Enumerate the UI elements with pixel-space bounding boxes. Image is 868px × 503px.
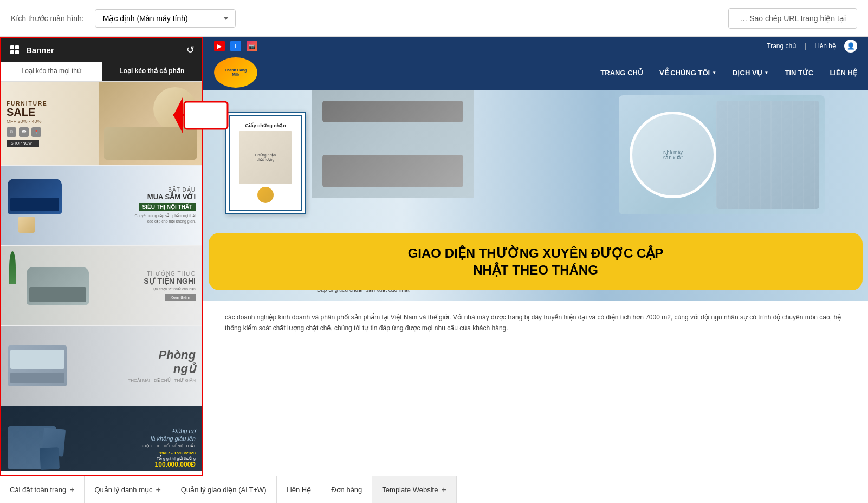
admin-categories[interactable]: Quản lý danh mục +	[85, 476, 171, 503]
svg-rect-2	[10, 50, 14, 54]
banner-list: FURNITURE SALE OFF 20% - 40% ✉ ☎ 📍 SHOP …	[1, 82, 202, 471]
grid-icon	[9, 44, 21, 56]
admin-contact[interactable]: Liên Hệ	[277, 476, 322, 503]
svg-rect-0	[10, 45, 14, 49]
user-icon[interactable]: 👤	[844, 40, 857, 53]
settings-plus[interactable]: +	[69, 485, 74, 495]
categories-plus[interactable]: +	[156, 485, 161, 495]
main-preview: ▶ f 📷 Trang chủ | Liên hệ 👤 Thanh HangMi…	[203, 37, 868, 476]
copy-url-button[interactable]: … Sao chép URL trang hiện tại	[728, 8, 857, 29]
tab-drag-section[interactable]: Loại kéo thả cả phần	[102, 62, 203, 81]
factory-machine-img	[312, 90, 474, 198]
yellow-cta: GIAO DIỆN THƯỜNG XUYÊN ĐƯỢC CẬPNHẬT THEO…	[209, 233, 863, 290]
nav-item-services[interactable]: DỊCH VỤ ▼	[733, 69, 768, 77]
bottom-admin-bar: Cài đặt toàn trang + Quản lý danh mục + …	[0, 476, 868, 503]
left-panel: Banner ↺ Loại kéo thả mọi thứ Loại kéo t…	[0, 37, 203, 476]
top-toolbar: Kích thước màn hình: Mặc định (Màn máy t…	[0, 0, 868, 37]
nav-contact-link[interactable]: Liên hệ	[814, 42, 836, 50]
nav-item-home[interactable]: TRANG CHỦ	[600, 69, 643, 77]
tab-drag-all[interactable]: Loại kéo thả mọi thứ	[1, 62, 102, 81]
hero-certificate: Giấy chứng nhận Chứng nhậnchất lượng	[225, 112, 306, 214]
banner-item-5[interactable]: Đừng cơlà không giàu lên CUỘC THI THIẾT …	[1, 406, 202, 471]
panel-title: Banner	[26, 45, 181, 55]
tab-bar: Loại kéo thả mọi thứ Loại kéo thả cả phầ…	[1, 62, 202, 82]
back-button[interactable]: ↺	[186, 44, 195, 56]
svg-rect-3	[15, 50, 19, 54]
top-nav-links: Trang chủ | Liên hệ 👤	[767, 40, 857, 53]
admin-interface[interactable]: Quản lý giao diện (ALT+W)	[171, 476, 277, 503]
panel-header: Banner ↺	[1, 38, 202, 62]
nav-item-news[interactable]: TIN TỨC	[785, 69, 813, 77]
admin-orders[interactable]: Đơn hàng	[321, 476, 372, 503]
social-bar: ▶ f 📷 Trang chủ | Liên hệ 👤	[203, 37, 868, 55]
hero-section: Giấy chứng nhận Chứng nhậnchất lượng Nhà…	[203, 90, 868, 301]
youtube-icon[interactable]: ▶	[214, 41, 225, 51]
site-nav-links: TRANG CHỦ VỀ CHÚNG TÔI ▼ DỊCH VỤ ▼ TIN T…	[600, 69, 857, 77]
screen-size-label: Kích thước màn hình:	[11, 14, 84, 23]
banner-item-3[interactable]: THƯỞNG THỨC SỰ TIỆN NGHI Lựa chọn tốt nh…	[1, 246, 202, 326]
nav-home-link[interactable]: Trang chủ	[767, 42, 796, 50]
nav-item-contact[interactable]: LIÊN HỆ	[830, 69, 857, 77]
banner-item-4[interactable]: Phòngngủ THOẢI MÁI - DỄ CHỦ - THƯ GIÃN	[1, 326, 202, 406]
template-plus[interactable]: +	[441, 485, 446, 495]
facebook-icon[interactable]: f	[230, 41, 241, 51]
admin-template[interactable]: Template Website +	[372, 476, 456, 503]
site-logo: Thanh HangMilk	[214, 57, 257, 88]
banner-item-1[interactable]: FURNITURE SALE OFF 20% - 40% ✉ ☎ 📍 SHOP …	[1, 82, 202, 166]
instagram-icon[interactable]: 📷	[247, 41, 257, 51]
nav-item-about[interactable]: VỀ CHÚNG TÔI ▼	[659, 69, 716, 77]
description-section: các doanh nghiệp kinh doanh và phân phối…	[203, 301, 868, 345]
social-icons: ▶ f 📷	[214, 41, 257, 51]
screen-size-select[interactable]: Mặc định (Màn máy tính)	[95, 9, 236, 28]
factory-workers-img: Nhà máysản xuất	[619, 95, 825, 214]
banner-item-2[interactable]: BẮT ĐẦU MUA SẮM VỚI SIÊU THỊ NỘI THẤT Ch…	[1, 166, 202, 246]
website-preview: ▶ f 📷 Trang chủ | Liên hệ 👤 Thanh HangMi…	[203, 37, 868, 476]
site-nav-bar: Thanh HangMilk TRANG CHỦ VỀ CHÚNG TÔI ▼ …	[203, 55, 868, 90]
admin-settings[interactable]: Cài đặt toàn trang +	[0, 476, 85, 503]
svg-rect-1	[15, 45, 19, 49]
description-text: các doanh nghiệp kinh doanh và phân phối…	[225, 312, 846, 334]
cta-text: GIAO DIỆN THƯỜNG XUYÊN ĐƯỢC CẬPNHẬT THEO…	[225, 245, 846, 278]
